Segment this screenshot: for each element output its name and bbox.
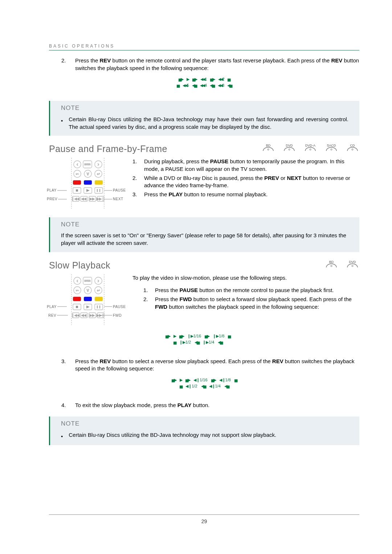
svg-text:ENTER: ENTER [85,280,91,282]
list-number: 3. [132,191,139,198]
remote-label-play: PLAY [47,305,67,309]
disc-icon-cd: CD [346,145,359,154]
svg-rect-58 [84,297,92,301]
svg-text:‹: ‹ [77,278,78,283]
list-number: 2. [143,296,150,311]
text-bold: REV [331,57,342,63]
svg-text:ENTER: ENTER [85,163,91,165]
list-number: 4. [61,402,69,409]
disc-icon-dvda: DVD-A [303,145,317,154]
svg-text:▶▶: ▶▶ [90,313,95,317]
list-number: 2. [61,57,69,72]
svg-rect-19 [73,180,81,185]
disc-compat-row: BD DVD DVD-A SACD CD [261,144,359,154]
section-heading-pause: Pause and Frame-by-Frame [49,144,167,154]
svg-rect-57 [73,297,81,301]
svg-text:v: v [87,288,89,293]
svg-point-4 [352,149,353,150]
note-box: NOTE • Certain Blu-ray Discs utilizing t… [49,101,359,136]
svg-text:⤺: ⤺ [76,288,79,292]
remote-label-pause: PAUSE [104,188,126,192]
disc-compat-row: BD DVD [324,260,359,270]
disc-icon-bd: BD [324,262,338,270]
list-number: 1. [143,287,150,294]
note-text: Certain Blu-ray Discs utilizing the BD-J… [69,115,348,131]
svg-marker-63 [86,305,90,308]
note-heading: NOTE [61,221,348,228]
svg-text:‹: ‹ [77,162,78,167]
section-heading-slow: Slow Playback [49,260,110,271]
svg-rect-23 [76,189,78,192]
svg-rect-61 [76,306,78,308]
svg-rect-59 [95,297,103,301]
remote-illustration: ‹ ENTER › ⤺ v ↩ ❘◀◀ ◀◀ ▶▶ ▶▶❘ [49,158,125,212]
note-heading: NOTE [61,104,348,112]
remote-label-play: PLAY [47,188,67,192]
bullet-icon: • [61,115,63,131]
remote-illustration: ‹ ENTER › ⤺ v ↩ ❘◀◀ ◀◀ ▶▶ ▶▶❘ PLAY REV P… [49,274,125,329]
list-text: Press the FWD button to select a forward… [155,296,359,311]
svg-text:↩: ↩ [97,172,100,176]
note-box: NOTE If the screen saver is set to "On" … [49,217,359,252]
svg-text:▶▶❘: ▶▶❘ [97,197,105,201]
note-text: If the screen saver is set to "On" or "E… [61,232,348,247]
svg-rect-20 [84,180,92,185]
disc-icon-dvd: DVD [346,262,359,270]
svg-text:◀◀: ◀◀ [81,197,86,201]
remote-label-pause: PAUSE [104,305,126,309]
svg-point-41 [331,265,332,267]
page-footer: 29 [49,514,359,524]
svg-text:↩: ↩ [97,288,100,292]
note-text: Certain Blu-ray Discs utilizing the BD-J… [69,431,276,440]
remote-label-prev: PREV [47,197,67,201]
remote-label-rev: REV [48,313,68,317]
page-header: BASIC OPERATIONS [49,44,359,50]
svg-point-3 [331,149,332,150]
disc-icon-sacd: SACD [324,145,338,154]
list-text: Press the REV button on the remote contr… [75,57,359,72]
page-number: 29 [201,518,207,524]
bullet-icon: • [61,431,63,440]
disc-icon-bd: BD [261,145,275,154]
svg-point-0 [268,149,269,150]
svg-text:›: › [98,162,99,167]
svg-text:❘◀◀: ❘◀◀ [72,197,79,201]
svg-text:v: v [87,171,89,176]
remote-label-fwd: FWD [100,313,122,317]
list-text: To exit the slow playback mode, press th… [75,402,359,409]
list-number: 1. [132,158,139,173]
svg-text:⤺: ⤺ [76,172,79,176]
svg-marker-25 [86,189,90,192]
text-bold: REV [100,57,111,63]
section-intro: To play the video in slow-motion, please… [132,274,359,282]
svg-rect-26 [95,188,103,193]
svg-point-42 [352,265,353,267]
svg-text:▶▶: ▶▶ [90,197,95,201]
list-number: 3. [61,358,69,373]
list-text: Press the REV button to select a reverse… [75,358,359,373]
svg-text:◀◀: ◀◀ [81,313,86,317]
list-text: During playback, press the PAUSE button … [144,158,359,173]
speed-sequence-diagram: ▅▶ ▶ ▅▶ ❙▶1/16 ▅▶ ❙▶1/8 ▅ ▅ ❙▶1/2 ◀▅ ❙▶1… [143,334,252,349]
svg-rect-64 [95,304,103,310]
remote-label-next: NEXT [104,197,123,201]
disc-icon-dvd: DVD [282,145,296,154]
text: Press the [75,57,100,63]
list-text: Press the PAUSE button on the remote con… [155,287,359,294]
svg-text:›: › [98,278,99,283]
svg-rect-21 [95,180,103,185]
list-text: While a DVD or Blu-ray Disc is paused, p… [144,175,359,189]
list-text: Press the PLAY button to resume normal p… [144,191,359,198]
note-heading: NOTE [61,420,348,427]
text: button on the remote control and the pla… [111,57,331,63]
svg-point-2 [310,149,311,150]
svg-point-1 [289,149,290,150]
speed-sequence-diagram: ▅▶ ▶ ▅▶ ◀❙1/16 ▅▶ ◀❙1/8 ▅ ▅ ◀❙1/2 ◀▅ ◀❙1… [150,378,259,393]
svg-text:❘◀◀: ❘◀◀ [72,313,79,317]
speed-sequence-diagram: ▅▶ ▶ ▅▶ ◀◀1 ▅▶ ◀◀2 ▅ ▅ ◀◀5 ◀▅ ◀◀ 4 ◀▅ ◀◀… [143,77,266,92]
note-box: NOTE • Certain Blu-ray Discs utilizing t… [49,416,359,445]
list-number: 2. [132,175,139,189]
